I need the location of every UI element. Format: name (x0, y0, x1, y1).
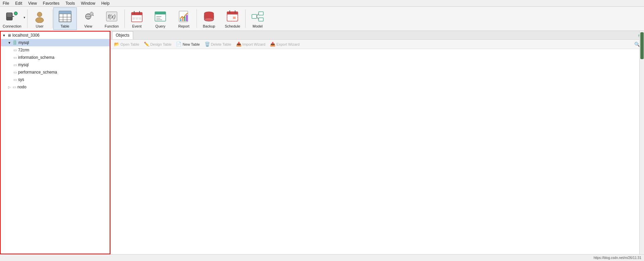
menu-window[interactable]: Window (79, 0, 97, 6)
separator-1 (27, 9, 28, 28)
menu-help[interactable]: Help (100, 0, 111, 6)
import-wizard-label: Import Wizard (243, 42, 265, 46)
event-button[interactable]: Event (125, 7, 149, 30)
event-label: Event (132, 24, 142, 28)
svg-point-7 (37, 12, 42, 17)
design-table-label: Design Table (150, 42, 171, 46)
user-button[interactable]: User (28, 7, 52, 30)
svg-line-63 (257, 16, 259, 19)
action-toolbar: 📂 Open Table ✏️ Design Table 📄 New Table… (111, 40, 644, 49)
database-label-sys: sys (18, 77, 24, 82)
separator-4 (197, 9, 197, 28)
sidebar-item-mysql[interactable]: ▼ 🗄 mysql (1, 39, 110, 46)
model-button[interactable]: Model (246, 7, 270, 30)
main-area: ▼ 🖥 localhost_3306 ▼ 🗄 mysql ▭ 72crm ▭ i… (0, 31, 644, 254)
svg-line-22 (93, 15, 94, 16)
schedule-icon (225, 9, 239, 24)
separator-5 (245, 9, 246, 28)
backup-button[interactable]: Backup (198, 7, 221, 30)
menubar: File Edit View Favorites Tools Window He… (0, 0, 644, 7)
schedule-label: Schedule (225, 24, 240, 28)
content-area (111, 49, 644, 254)
sidebar-item-nodo[interactable]: ▷ ▭ nodo (1, 83, 110, 91)
sidebar-item-localhost[interactable]: ▼ 🖥 localhost_3306 (1, 32, 110, 39)
connection-button-group: Connection ▼ (1, 7, 26, 30)
svg-rect-32 (136, 18, 138, 19)
sidebar-item-sys[interactable]: ▭ sys (1, 76, 110, 83)
export-wizard-label: Export Wizard (276, 42, 300, 46)
window-scrollbar[interactable] (639, 31, 644, 254)
table-button[interactable]: Table (53, 7, 77, 30)
backup-icon (202, 9, 216, 24)
query-label: Query (155, 24, 165, 28)
view-label: View (84, 24, 92, 28)
query-button[interactable]: Query (149, 7, 172, 30)
new-table-label: New Table (182, 42, 200, 46)
connection-button[interactable]: Connection (1, 8, 23, 30)
report-button[interactable]: Report (172, 7, 196, 30)
backup-label: Backup (203, 24, 215, 28)
table-icon (58, 9, 72, 24)
menu-view[interactable]: View (27, 0, 38, 6)
sidebar-item-performance-schema[interactable]: ▭ performance_schema (1, 69, 110, 76)
svg-rect-31 (133, 18, 135, 19)
delete-table-button[interactable]: 🗑️ Delete Table (203, 40, 233, 48)
svg-rect-58 (233, 17, 235, 19)
sidebar-item-mysql-db[interactable]: ▭ mysql (1, 61, 110, 69)
svg-rect-44 (186, 15, 187, 21)
menu-favorites[interactable]: Favorites (42, 0, 61, 6)
right-panel: Objects 🏷 📂 Open Table ✏️ Design Table 📄… (111, 31, 644, 254)
database-label-mysql: mysql (18, 40, 29, 45)
statusbar: https://blog.csdn.net/m/26/11:31 (0, 254, 644, 261)
connection-dropdown-arrow[interactable]: ▼ (23, 16, 26, 21)
user-icon (33, 9, 47, 24)
table-node-icon-mysql: ▭ (13, 63, 17, 67)
menu-file[interactable]: File (1, 0, 10, 6)
menu-tools[interactable]: Tools (64, 0, 76, 6)
new-table-button[interactable]: 📄 New Table (174, 40, 202, 48)
svg-rect-43 (184, 16, 185, 21)
user-label: User (36, 24, 43, 28)
separator-3 (124, 9, 125, 28)
model-label: Model (253, 24, 263, 28)
view-icon (81, 9, 95, 24)
view-button[interactable]: View (77, 7, 100, 30)
import-wizard-icon: 📥 (236, 42, 241, 47)
objects-tab[interactable]: Objects (112, 31, 133, 39)
open-table-label: Open Table (120, 42, 139, 46)
sidebar-item-information-schema[interactable]: ▭ information_schema (1, 54, 110, 61)
function-label: Function (105, 24, 119, 28)
separator-2 (52, 9, 53, 28)
import-wizard-button[interactable]: 📥 Import Wizard (234, 40, 267, 48)
model-icon (251, 9, 265, 24)
svg-rect-27 (131, 14, 142, 15)
menu-edit[interactable]: Edit (14, 0, 23, 6)
database-label-information-schema: information_schema (18, 55, 54, 60)
svg-rect-36 (155, 13, 166, 14)
svg-point-8 (36, 17, 44, 23)
function-button[interactable]: f(x) Function (100, 7, 124, 30)
svg-point-47 (204, 18, 214, 21)
new-table-icon: 📄 (176, 42, 181, 47)
schedule-button[interactable]: Schedule (221, 7, 245, 30)
report-label: Report (178, 24, 190, 28)
svg-rect-2 (7, 15, 12, 15)
design-table-button[interactable]: ✏️ Design Table (142, 40, 173, 48)
design-table-icon: ✏️ (144, 42, 149, 47)
sidebar-item-72crm[interactable]: ▭ 72crm (1, 46, 110, 54)
table-label: Table (60, 24, 69, 28)
sidebar-tree: ▼ 🖥 localhost_3306 ▼ 🗄 mysql ▭ 72crm ▭ i… (0, 31, 110, 254)
open-table-button[interactable]: 📂 Open Table (112, 40, 141, 48)
database-label-72crm: 72crm (18, 48, 29, 52)
connection-label: Connection (3, 24, 21, 28)
export-wizard-button[interactable]: 📤 Export Wizard (268, 40, 302, 48)
svg-rect-33 (139, 18, 141, 19)
open-table-icon: 📂 (114, 42, 119, 47)
svg-text:f(x): f(x) (108, 14, 116, 19)
status-text: https://blog.csdn.net/m/26/11:31 (594, 256, 641, 260)
connection-icon (5, 9, 19, 24)
left-panel: ▼ 🖥 localhost_3306 ▼ 🗄 mysql ▭ 72crm ▭ i… (0, 31, 111, 254)
expand-icon-nodo: ▷ (7, 85, 11, 89)
export-wizard-icon: 📤 (270, 42, 275, 47)
table-node-icon-perf: ▭ (13, 70, 17, 75)
